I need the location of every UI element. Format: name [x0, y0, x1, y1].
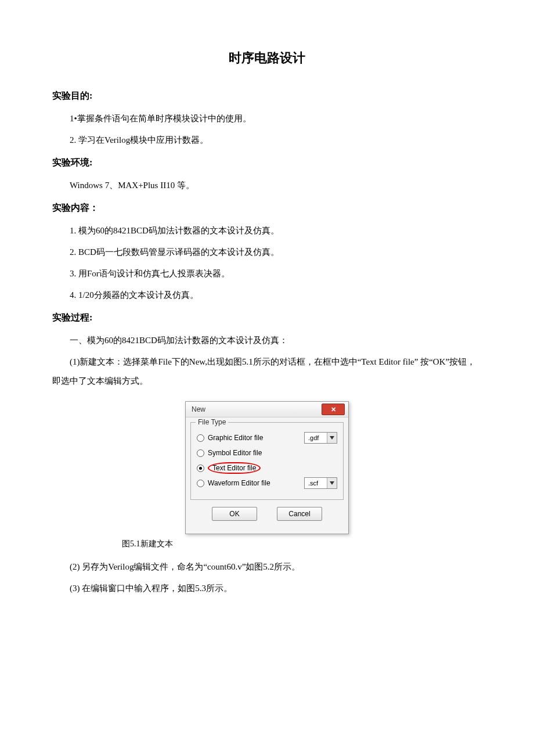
figure-caption: 图5.1新建文本	[122, 539, 482, 549]
option-label: Text Editor file	[212, 464, 256, 472]
extension-select-gdf[interactable]: .gdf	[304, 432, 337, 444]
purpose-item-1: 1•掌握条件语句在简单时序模块设计中的使用。	[52, 109, 482, 128]
radio-icon	[197, 480, 204, 487]
cancel-button[interactable]: Cancel	[277, 507, 322, 521]
option-label: Waveform Editor file	[208, 479, 270, 487]
new-dialog: New ✕ File Type Graphic Editor file .gdf	[185, 401, 349, 534]
close-icon: ✕	[331, 406, 336, 413]
step-2: (2) 另存为Verilog编辑文件，命名为“count60.v”如图5.2所示…	[52, 557, 482, 577]
option-waveform-editor[interactable]: Waveform Editor file .scf	[197, 477, 337, 489]
step-1: (1)新建文本：选择菜单File下的New,出现如图5.1所示的对话框，在框中选…	[52, 352, 482, 391]
content-item-4: 4. 1/20分频器的文本设计及仿真。	[52, 286, 482, 305]
option-text-editor[interactable]: Text Editor file	[197, 462, 337, 474]
file-type-groupbox: File Type Graphic Editor file .gdf	[190, 422, 344, 500]
extension-value: .scf	[305, 480, 327, 487]
process-intro: 一、模为60的8421BCD码加法计数器的文本设计及仿真：	[52, 331, 482, 350]
content-item-3: 3. 用For语句设计和仿真七人投票表决器。	[52, 264, 482, 283]
extension-value: .gdf	[305, 434, 327, 441]
env-heading: 实验环境:	[52, 157, 482, 169]
close-button[interactable]: ✕	[322, 404, 345, 415]
svg-marker-1	[330, 481, 334, 485]
process-heading: 实验过程:	[52, 312, 482, 324]
content-item-1: 1. 模为60的8421BCD码加法计数器的文本设计及仿真。	[52, 221, 482, 240]
option-label: Symbol Editor file	[208, 449, 262, 457]
radio-icon	[197, 465, 204, 472]
page: 时序电路设计 实验目的: 1•掌握条件语句在简单时序模块设计中的使用。 2. 学…	[0, 0, 534, 756]
purpose-item-2: 2. 学习在Verilog模块中应用计数器。	[52, 131, 482, 150]
option-symbol-editor[interactable]: Symbol Editor file	[197, 447, 337, 459]
dropdown-arrow-icon	[327, 478, 337, 488]
content-heading: 实验内容：	[52, 202, 482, 214]
env-text: Windows 7、MAX+Plus II10 等。	[52, 176, 482, 195]
radio-icon	[197, 434, 204, 442]
option-graphic-editor[interactable]: Graphic Editor file .gdf	[197, 432, 337, 444]
purpose-heading: 实验目的:	[52, 90, 482, 102]
step-3: (3) 在编辑窗口中输入程序，如图5.3所示。	[52, 579, 482, 598]
groupbox-label: File Type	[196, 418, 228, 426]
dialog-titlebar: New ✕	[186, 402, 348, 417]
dialog-title: New	[192, 405, 205, 413]
highlight-ellipse: Text Editor file	[208, 462, 261, 474]
page-title: 时序电路设计	[52, 49, 482, 67]
ok-button-label: OK	[229, 510, 239, 518]
svg-marker-0	[330, 436, 334, 440]
option-label: Graphic Editor file	[208, 434, 263, 442]
cancel-button-label: Cancel	[288, 510, 310, 518]
radio-icon	[197, 449, 204, 457]
dropdown-arrow-icon	[327, 433, 337, 443]
extension-select-scf[interactable]: .scf	[304, 477, 337, 489]
dialog-button-row: OK Cancel	[190, 500, 344, 529]
ok-button[interactable]: OK	[212, 507, 257, 521]
content-item-2: 2. BCD码一七段数码管显示译码器的文本设计及仿真。	[52, 243, 482, 262]
dialog-body: File Type Graphic Editor file .gdf	[186, 417, 348, 534]
dialog-figure: New ✕ File Type Graphic Editor file .gdf	[52, 401, 482, 534]
